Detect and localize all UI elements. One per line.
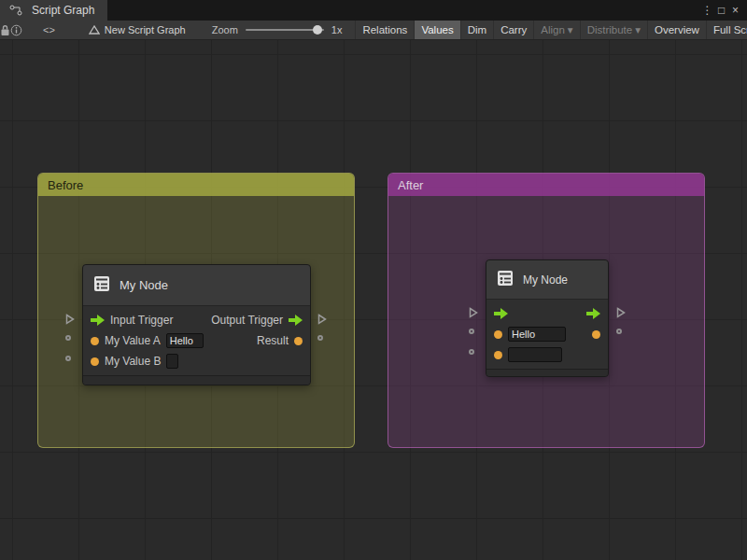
result-port-icon[interactable] — [592, 330, 600, 339]
exec-output-port-icon[interactable] — [289, 315, 303, 326]
script-graph-icon — [6, 1, 26, 20]
group-after-header[interactable]: After — [388, 174, 704, 196]
group-before-title: Before — [48, 178, 83, 192]
my-value-b-input[interactable] — [166, 354, 178, 369]
ext-result-port[interactable] — [317, 335, 323, 341]
group-before-header[interactable]: Before — [38, 174, 354, 196]
align-dropdown[interactable]: Align▾ — [533, 21, 579, 40]
zoom-slider[interactable] — [246, 29, 324, 31]
chevron-down-icon: ▾ — [635, 23, 641, 36]
exec-output-port-icon[interactable] — [586, 308, 600, 319]
kebab-menu-icon[interactable]: ⋮ — [700, 0, 714, 21]
node-header[interactable]: My Node — [486, 260, 608, 300]
my-value-b-label: My Value B — [105, 355, 161, 368]
dock-icon[interactable]: □ — [714, 0, 728, 21]
exec-input-port-icon[interactable] — [91, 315, 105, 326]
chevron-down-icon: ▾ — [568, 23, 573, 36]
tab-script-graph[interactable]: Script Graph — [0, 0, 107, 21]
output-trigger-label: Output Trigger — [211, 314, 283, 327]
graph-name-label: New Script Graph — [105, 24, 186, 35]
tab-title: Script Graph — [32, 4, 94, 17]
node-my-node-after[interactable]: My Node — [486, 259, 609, 377]
value-a-input[interactable] — [508, 327, 566, 342]
value-b-port-icon[interactable] — [91, 357, 99, 366]
node-footer — [83, 375, 310, 385]
trigger-port-row — [486, 303, 608, 324]
node-title: My Node — [120, 278, 168, 292]
ext-trigger-in-port[interactable] — [65, 314, 75, 325]
result-port-icon[interactable] — [294, 337, 303, 345]
graph-breadcrumb[interactable]: New Script Graph — [89, 24, 186, 35]
relations-button[interactable]: Relations — [355, 21, 414, 40]
value-a-port-row: My Value A Result — [83, 330, 310, 351]
my-value-a-input[interactable] — [166, 333, 204, 348]
values-button[interactable]: Values — [414, 21, 459, 40]
ext-value-a-port[interactable] — [65, 335, 71, 341]
value-a-port-icon[interactable] — [91, 337, 99, 345]
fullscreen-button[interactable]: Full Scr — [706, 21, 747, 40]
zoom-value: 1x — [331, 24, 343, 35]
value-b-port-icon[interactable] — [494, 351, 502, 359]
tab-bar: Script Graph ⋮ □ × — [0, 0, 747, 21]
node-icon — [92, 275, 111, 296]
dim-button[interactable]: Dim — [460, 21, 493, 40]
distribute-dropdown[interactable]: Distribute▾ — [580, 21, 647, 40]
value-a-port-icon[interactable] — [494, 330, 502, 339]
input-trigger-label: Input Trigger — [110, 314, 173, 327]
graph-canvas[interactable]: Before After My Node Input — [0, 40, 747, 560]
value-b-port-row: My Value B — [83, 351, 310, 371]
value-b-port-row — [486, 344, 608, 365]
ext-value-b-port[interactable] — [65, 356, 71, 361]
zoom-slider-knob[interactable] — [313, 25, 322, 35]
code-view-icon[interactable]: <> — [43, 21, 55, 39]
trigger-port-row: Input Trigger Output Trigger — [83, 310, 310, 330]
node-footer — [486, 369, 608, 376]
value-b-input[interactable] — [508, 347, 562, 362]
node-body — [486, 300, 608, 369]
ext-trigger-in-port[interactable] — [469, 307, 478, 318]
node-title: My Node — [523, 273, 568, 287]
node-my-node-before[interactable]: My Node Input Trigger Output Trigger — [82, 264, 311, 385]
close-icon[interactable]: × — [728, 0, 742, 21]
value-a-port-row — [486, 324, 608, 344]
info-icon[interactable] — [10, 21, 22, 39]
node-body: Input Trigger Output Trigger My Value A … — [83, 306, 310, 375]
my-value-a-label: My Value A — [105, 334, 161, 347]
script-graph-window: Script Graph ⋮ □ × <> New Script Graph Z… — [0, 0, 747, 560]
zoom-control: Zoom 1x — [212, 24, 343, 35]
overview-button[interactable]: Overview — [647, 21, 706, 40]
carry-button[interactable]: Carry — [493, 21, 533, 40]
ext-result-port[interactable] — [616, 329, 622, 334]
ext-value-b-port[interactable] — [469, 349, 474, 355]
node-header[interactable]: My Node — [83, 265, 310, 306]
group-after-title: After — [398, 178, 423, 192]
exec-input-port-icon[interactable] — [494, 308, 508, 319]
result-label: Result — [257, 334, 289, 347]
graph-icon — [89, 25, 100, 35]
window-controls: ⋮ □ × — [700, 0, 747, 21]
ext-trigger-out-port[interactable] — [317, 314, 327, 325]
zoom-label: Zoom — [212, 24, 238, 35]
node-icon — [496, 270, 514, 290]
ext-trigger-out-port[interactable] — [616, 307, 626, 318]
toolbar-buttons: Relations Values Dim Carry Align▾ Distri… — [355, 21, 747, 40]
ext-value-a-port[interactable] — [469, 329, 474, 334]
toolbar: <> New Script Graph Zoom 1x Relations Va… — [0, 21, 747, 40]
lock-icon[interactable] — [0, 21, 10, 39]
